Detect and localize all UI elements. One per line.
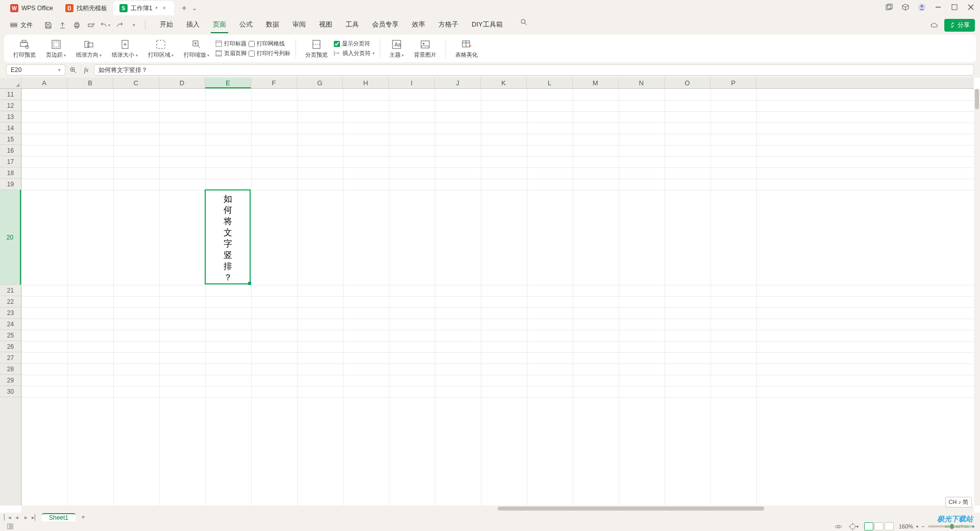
col-header-K[interactable]: K [481, 78, 527, 88]
menu-efficiency[interactable]: 效率 [410, 17, 427, 33]
menu-start[interactable]: 开始 [158, 17, 175, 33]
print-rowcol-checkbox[interactable]: 打印行号列标 [249, 50, 290, 57]
col-header-H[interactable]: H [343, 78, 389, 88]
sheet-prev-button[interactable]: ◂ [13, 514, 20, 521]
col-header-O[interactable]: O [665, 78, 710, 88]
col-header-F[interactable]: F [251, 78, 297, 88]
view-normal-button[interactable] [864, 522, 873, 530]
zoom-slider[interactable] [928, 525, 969, 527]
menu-insert[interactable]: 插入 [184, 17, 202, 33]
eye-icon[interactable] [834, 521, 844, 531]
add-sheet-button[interactable]: + [79, 514, 88, 521]
col-header-E[interactable]: E [205, 78, 251, 88]
maximize-button[interactable] [949, 2, 960, 12]
insert-break-button[interactable]: 插入分页符▾ [334, 50, 375, 57]
new-tab-button[interactable]: + [178, 2, 190, 14]
menu-tools[interactable]: 工具 [344, 17, 361, 33]
row-header-16[interactable]: 16 [0, 145, 21, 156]
view-page-break-button[interactable] [885, 522, 894, 530]
print-preview-button[interactable]: 打印预览 [9, 37, 40, 61]
col-header-A[interactable]: A [21, 78, 67, 88]
sheet-first-button[interactable]: ▏◂ [4, 514, 11, 521]
row-header-27[interactable]: 27 [0, 352, 21, 364]
row-header-13[interactable]: 13 [0, 111, 21, 123]
row-header-21[interactable]: 21 [0, 285, 21, 296]
tab-close-button[interactable]: × [161, 5, 168, 12]
sheet-next-button[interactable]: ▸ [22, 514, 30, 521]
horizontal-scrollbar[interactable] [21, 505, 974, 513]
page-break-preview-button[interactable]: 分页预览 [301, 37, 332, 61]
menu-data[interactable]: 数据 [264, 17, 281, 33]
print-gridlines-checkbox[interactable]: 打印网格线 [249, 40, 290, 47]
user-avatar-icon[interactable] [917, 2, 927, 12]
col-header-B[interactable]: B [67, 78, 113, 88]
row-header-20[interactable]: 20 [0, 190, 21, 285]
col-header-J[interactable]: J [435, 78, 481, 88]
background-image-button[interactable]: 背景图片 [410, 37, 440, 61]
select-all-corner[interactable] [0, 78, 21, 89]
qat-customize-dd[interactable]: ▾ [129, 20, 139, 30]
row-header-24[interactable]: 24 [0, 319, 21, 330]
quick-print-icon[interactable] [86, 20, 96, 30]
col-header-L[interactable]: L [527, 78, 573, 88]
col-header-M[interactable]: M [573, 78, 619, 88]
tab-workbook[interactable]: S 工作簿1 • × [113, 1, 174, 15]
tab-list-dropdown[interactable]: ⌄ [190, 5, 199, 12]
menu-fangge[interactable]: 方格子 [436, 17, 460, 33]
zoom-out-button[interactable]: − [921, 523, 924, 529]
row-header-22[interactable]: 22 [0, 296, 21, 307]
name-box[interactable]: E20 ▾ [6, 64, 65, 76]
margins-button[interactable]: 页边距 [42, 37, 70, 61]
view-page-layout-button[interactable] [874, 522, 884, 530]
status-mode-icon[interactable] [5, 521, 15, 531]
file-menu[interactable]: 文件 [6, 19, 37, 32]
row-header-14[interactable]: 14 [0, 123, 21, 134]
menu-page[interactable]: 页面 [211, 17, 228, 33]
row-header-18[interactable]: 18 [0, 167, 21, 179]
row-header-23[interactable]: 23 [0, 307, 21, 319]
row-header-25[interactable]: 25 [0, 330, 21, 341]
col-header-C[interactable]: C [113, 78, 159, 88]
undo-icon[interactable]: ▾ [100, 20, 110, 30]
search-icon[interactable] [519, 17, 529, 27]
selected-cell[interactable]: 如何将文字竖排？ [205, 189, 251, 284]
theme-button[interactable]: Aa 主题 [385, 37, 408, 61]
export-icon[interactable] [57, 20, 67, 30]
spreadsheet[interactable]: ABCDEFGHIJKLMNOP 11121314151617181920212… [0, 78, 980, 513]
col-header-D[interactable]: D [159, 78, 205, 88]
zoom-in-button[interactable]: + [972, 523, 975, 529]
menu-formula[interactable]: 公式 [237, 17, 255, 33]
close-button[interactable] [966, 2, 976, 12]
print-icon[interactable] [71, 20, 82, 30]
row-header-28[interactable]: 28 [0, 364, 21, 375]
row-header-19[interactable]: 19 [0, 179, 21, 190]
paper-size-button[interactable]: 纸张大小 [108, 37, 141, 61]
focus-icon[interactable]: ▾ [849, 521, 859, 531]
print-zoom-button[interactable]: 打印缩放 [180, 37, 213, 61]
row-header-15[interactable]: 15 [0, 134, 21, 145]
cube-icon[interactable] [900, 2, 911, 12]
tab-docer[interactable]: D 找稻壳模板 [59, 1, 113, 15]
col-header-N[interactable]: N [619, 78, 665, 88]
print-title-button[interactable]: 打印标题 [215, 40, 247, 47]
menu-vip[interactable]: 会员专享 [370, 17, 401, 33]
formula-bar[interactable]: 如何将文字竖排？ [94, 64, 974, 76]
row-header-17[interactable]: 17 [0, 156, 21, 167]
sheet-tab[interactable]: Sheet1 [42, 513, 76, 521]
header-footer-button[interactable]: 页眉页脚 [215, 50, 247, 57]
row-header-11[interactable]: 11 [0, 89, 21, 100]
expand-formula-icon[interactable] [68, 65, 78, 75]
ime-indicator[interactable]: CH ♪ 简 [945, 497, 972, 508]
print-area-button[interactable]: 打印区域 [144, 37, 178, 61]
chevron-down-icon[interactable]: ▾ [58, 67, 61, 73]
menu-review[interactable]: 审阅 [290, 17, 308, 33]
col-header-G[interactable]: G [297, 78, 343, 88]
table-beautify-button[interactable]: 表格美化 [451, 37, 482, 61]
orientation-button[interactable]: 纸张方向 [72, 37, 106, 61]
menu-diy[interactable]: DIY工具箱 [470, 17, 505, 33]
col-header-P[interactable]: P [710, 78, 756, 88]
fx-icon[interactable]: fx [82, 65, 91, 75]
row-header-30[interactable]: 30 [0, 386, 21, 397]
redo-icon[interactable] [114, 20, 125, 30]
menu-view[interactable]: 视图 [317, 17, 334, 33]
